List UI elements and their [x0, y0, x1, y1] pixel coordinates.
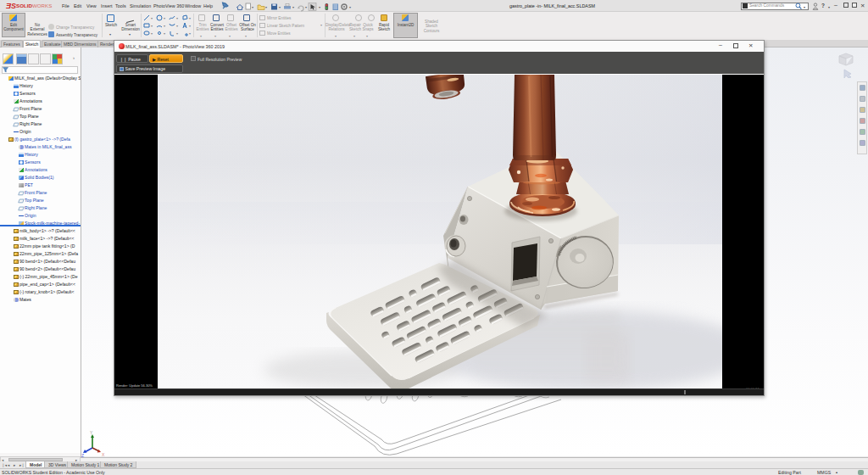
svg-text:Y: Y	[90, 430, 93, 435]
